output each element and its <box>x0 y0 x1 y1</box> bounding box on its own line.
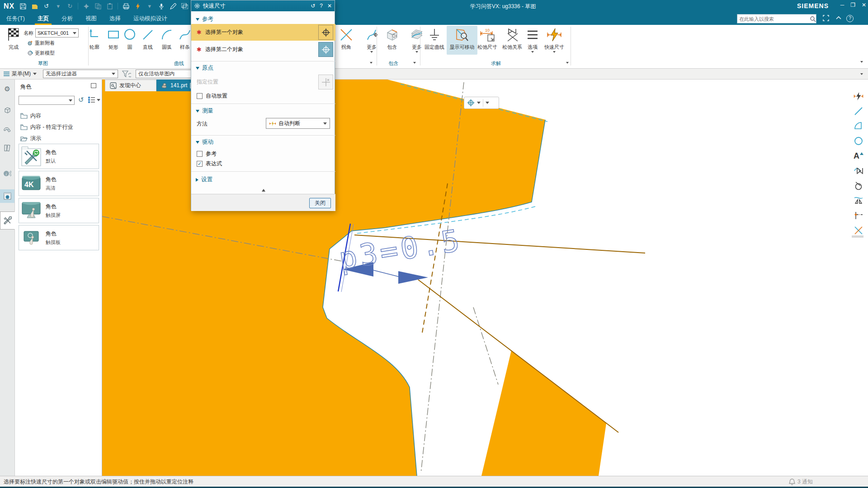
reference-checkbox[interactable]: 参考 <box>197 150 217 158</box>
undo-dropdown-icon[interactable]: ▾ <box>54 2 62 10</box>
folder-item-content[interactable]: 内容 <box>20 110 100 121</box>
selection-filter-combo[interactable]: 无选择过滤器 <box>43 70 118 78</box>
copy-icon[interactable] <box>94 2 102 10</box>
dimension-line[interactable] <box>373 270 398 277</box>
circle-icon[interactable] <box>853 135 864 147</box>
minimize-ribbon-icon[interactable] <box>835 15 843 23</box>
minimize-window-icon[interactable]: ─ <box>840 2 844 8</box>
dialog-help-icon[interactable]: ? <box>320 3 323 9</box>
pen-icon[interactable] <box>169 2 177 10</box>
constraint-icon[interactable] <box>853 165 864 177</box>
clamp-icon[interactable] <box>0 122 14 136</box>
list-view-toggle[interactable] <box>88 97 100 103</box>
window-layout-icon[interactable] <box>181 2 189 10</box>
close-button[interactable]: 关闭 <box>309 198 331 208</box>
finish-sketch-button[interactable]: 完成 <box>4 28 24 51</box>
voice-command-icon[interactable] <box>157 2 165 10</box>
include-group-flyout-icon[interactable] <box>413 62 416 64</box>
tab-select[interactable]: 选择 <box>103 12 127 25</box>
help-icon[interactable]: ? <box>846 15 854 22</box>
cross-icon[interactable] <box>853 225 864 236</box>
tab-home[interactable]: 主页 <box>31 12 55 25</box>
tab-view[interactable]: 视图 <box>79 12 103 25</box>
filter-reset-icon[interactable] <box>122 70 131 79</box>
tab-analysis[interactable]: 分析 <box>55 12 79 25</box>
method-select[interactable]: 自动判断 <box>266 118 330 129</box>
gear-icon[interactable]: ⚙ <box>0 82 14 96</box>
sketch-name-combo[interactable]: SKETCH_001 <box>35 28 79 38</box>
roles-search-combo[interactable] <box>19 96 75 105</box>
rapid-dimension-dialog[interactable]: 快速尺寸 ↺ ? ✕ 参考 ✱ 选择第一个对象 ✱ 选择第二个对象 <box>191 0 335 211</box>
role-card-touchpad[interactable]: 角色 触摸板 <box>19 225 99 250</box>
select-first-object-row[interactable]: ✱ 选择第一个对象 <box>191 24 335 41</box>
rapid-dimension-icon[interactable] <box>853 90 864 102</box>
dialog-collapse-strip[interactable] <box>191 187 335 194</box>
mirror-curve-icon[interactable] <box>853 195 864 206</box>
expression-checkbox[interactable]: ✓ 表达式 <box>197 160 222 168</box>
tool-corner[interactable]: 拐角 <box>333 27 359 51</box>
folder-item-demo[interactable]: 演示 <box>20 133 100 144</box>
update-model-button[interactable]: 更新模型 <box>27 50 55 56</box>
tab-discovery-center[interactable]: 发现中心 <box>105 80 156 91</box>
chevron-down-icon[interactable] <box>486 102 489 104</box>
command-search[interactable] <box>737 14 816 23</box>
menu-button[interactable]: 菜单(M) <box>4 70 37 78</box>
section-measure[interactable]: 测量 <box>196 107 213 115</box>
refresh-icon[interactable]: ↺ <box>78 96 84 104</box>
select-second-object-button[interactable] <box>318 42 333 57</box>
line-icon[interactable] <box>853 105 864 117</box>
assembly-icon[interactable] <box>0 103 14 117</box>
dialog-reset-icon[interactable]: ↺ <box>311 3 315 9</box>
auto-place-checkbox[interactable]: 自动放置 <box>197 92 227 100</box>
ribbon-options-icon[interactable] <box>860 61 863 63</box>
role-card-touchscreen[interactable]: 角色 触摸屏 <box>19 198 99 223</box>
reattach-button[interactable]: 重新附着 <box>27 40 55 47</box>
save-all-icon[interactable] <box>31 2 38 10</box>
curve-group-flyout-icon[interactable] <box>370 62 373 64</box>
select-first-object-button[interactable] <box>318 25 333 40</box>
redo-icon[interactable]: ↻ <box>66 2 74 10</box>
save-icon[interactable] <box>19 2 27 10</box>
arc-icon[interactable] <box>853 120 864 132</box>
view-orientation-widget[interactable] <box>464 97 499 109</box>
section-reference[interactable]: 参考 <box>196 15 213 23</box>
command-finder-icon[interactable] <box>82 2 90 10</box>
search-input[interactable] <box>737 16 810 22</box>
undo-icon[interactable]: ↺ <box>42 2 50 10</box>
close-window-icon[interactable]: ✕ <box>862 2 866 8</box>
undock-panel-icon[interactable] <box>91 83 96 88</box>
paste-icon[interactable] <box>106 2 113 10</box>
tool-relax-dimension[interactable]: 10 松弛尺寸 <box>474 27 501 51</box>
section-settings[interactable]: 设置 <box>196 176 212 183</box>
perimeter-dimension-icon[interactable] <box>853 180 864 192</box>
role-card-hd[interactable]: 4K 角色 高清 <box>19 171 99 196</box>
touch-mode-icon[interactable] <box>134 2 142 10</box>
folder-item-industry[interactable]: 内容 - 特定于行业 <box>20 122 100 132</box>
dialog-close-icon[interactable]: ✕ <box>327 3 332 9</box>
select-second-object-row[interactable]: ✱ 选择第二个对象 <box>191 41 335 58</box>
role-card-default[interactable]: 角色 默认 <box>19 144 99 169</box>
restore-window-icon[interactable]: ❐ <box>850 2 855 8</box>
notifications-button[interactable]: 3 通知 <box>789 478 813 486</box>
tool-rapid-dimension[interactable]: 快速尺寸 <box>541 27 568 53</box>
fullscreen-icon[interactable] <box>822 15 830 23</box>
tool-show-movable[interactable]: 显示可移动 <box>447 26 477 55</box>
info-icon[interactable]: i <box>0 167 14 180</box>
selection-bar-more-icon[interactable] <box>860 73 863 75</box>
chevron-down-icon[interactable] <box>477 102 481 104</box>
roles-tab-icon[interactable] <box>0 211 15 230</box>
tab-task[interactable]: 任务(T) <box>0 12 31 25</box>
specify-location-button[interactable] <box>318 75 333 89</box>
point-icon[interactable] <box>853 210 864 221</box>
tool-fixed-curve[interactable]: 固定曲线 <box>420 27 448 51</box>
touch-mode-dropdown-icon[interactable]: ▾ <box>146 2 153 10</box>
browser-icon[interactable] <box>0 189 14 203</box>
dialog-header[interactable]: 快速尺寸 ↺ ? ✕ <box>191 0 335 11</box>
solve-group-flyout-icon[interactable] <box>566 62 569 64</box>
tool-include[interactable]: 包含 <box>379 27 405 51</box>
tab-motion-sim[interactable]: 运动模拟设计 <box>127 12 174 25</box>
text-icon[interactable]: A <box>853 150 864 162</box>
library-icon[interactable] <box>0 141 14 155</box>
section-origin[interactable]: 原点 <box>196 64 213 72</box>
section-driving[interactable]: 驱动 <box>196 138 213 146</box>
